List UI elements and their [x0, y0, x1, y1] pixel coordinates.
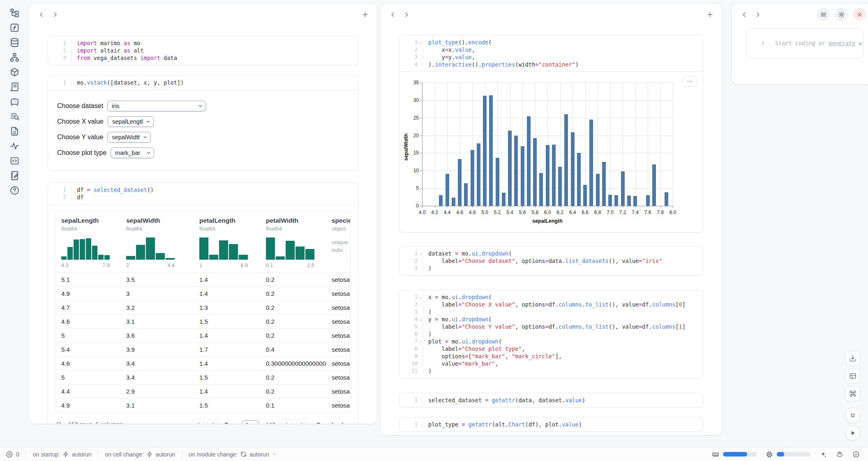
file-tree-icon[interactable] [9, 7, 20, 18]
table-row[interactable]: 5.43.91.70.4setosa [56, 342, 350, 356]
code-line: 1plot_type = getattr(alt.Chart(df), plot… [399, 421, 703, 428]
sparkles-icon[interactable] [820, 451, 827, 458]
code-line: 7plot = mo.ui.dropdown( [399, 338, 703, 345]
column-prev-button[interactable] [738, 8, 750, 21]
code-cell-plot-type[interactable]: 1plot_type = getattr(alt.Chart(df), plot… [399, 417, 703, 432]
column-next-button[interactable] [49, 8, 61, 21]
help-icon[interactable] [9, 185, 20, 196]
table-row[interactable]: 4.42.91.40.2setosa [56, 384, 350, 398]
column-header-sepalWidth[interactable]: sepalWidthfloat6424.4 [121, 217, 194, 268]
table-row[interactable]: 4.931.40.2setosa [56, 286, 350, 300]
command-icon[interactable] [845, 386, 860, 401]
add-cell-button[interactable] [704, 8, 716, 21]
code-editor[interactable]: 1selected_dataset = getattr(data, datase… [399, 393, 703, 407]
scroll-logs-icon[interactable] [9, 81, 20, 92]
x-tick-label: 7.8 [657, 210, 664, 215]
page-select[interactable]: 1 [242, 420, 259, 424]
code-editor[interactable]: 1mo.vstack([dataset, x, y, plot]) [48, 76, 358, 90]
x-tick-label: 4.8 [469, 210, 476, 215]
code-cell-imports[interactable]: 1import marimo as mo2import altair as al… [48, 36, 358, 65]
code-editor[interactable]: 1plot_type().encode(2 x=x.value,3 y=y.va… [399, 35, 703, 71]
search-icon[interactable] [55, 421, 62, 424]
stop-button[interactable] [845, 408, 861, 423]
segment-icon-refresh [240, 451, 247, 457]
code-line: 3) [399, 265, 703, 272]
table-cell: 3.5 [121, 276, 194, 283]
snippets-icon[interactable] [9, 126, 20, 137]
dropdown-choose-dataset[interactable]: iris [107, 101, 206, 111]
doc-search-icon[interactable] [9, 111, 20, 122]
dependency-graph-icon[interactable] [9, 52, 20, 63]
dropdown-choose-plot-type[interactable]: mark_bar [111, 148, 154, 158]
table-row[interactable]: 4.63.41.40.30000000000000004setosa [56, 356, 350, 370]
code-cell-vstack-controls[interactable]: 1mo.vstack([dataset, x, y, plot])Choose … [48, 75, 358, 171]
close-button[interactable] [853, 8, 866, 21]
last-page-button[interactable] [296, 419, 308, 424]
first-page-button[interactable] [192, 419, 204, 424]
code-cell-dataset-dropdown[interactable]: 1dataset = mo.ui.dropdown(2 label="Choos… [399, 246, 703, 276]
column-next-button[interactable] [400, 8, 413, 21]
package-icon[interactable] [9, 67, 20, 78]
histogram-bar [67, 247, 73, 260]
code-square-icon[interactable] [9, 155, 20, 166]
code-editor[interactable]: 1dataset = mo.ui.dropdown(2 label="Choos… [399, 247, 703, 275]
runtime-config-on-startup[interactable]: on startup:autorun [26, 450, 98, 459]
table-row[interactable]: 4.73.21.30.2setosa [56, 300, 350, 314]
chart-menu-button[interactable] [682, 76, 697, 87]
layout-icon[interactable] [845, 369, 860, 383]
chat-bot-icon[interactable] [9, 96, 20, 107]
table-row[interactable]: 4.93.11.50.1setosa [56, 398, 350, 412]
runtime-config-on-module-change[interactable]: on module change:autorun [182, 450, 283, 459]
dropdown-choose-y-value[interactable]: sepalWidth [107, 132, 151, 143]
code-editor[interactable]: 1plot_type = getattr(alt.Chart(df), plot… [399, 417, 703, 431]
code-editor[interactable]: 1import marimo as mo2import altair as al… [48, 36, 358, 65]
tracing-icon[interactable] [9, 141, 20, 152]
code-editor[interactable]: 1x = mo.ui.dropdown(2 label="Choose X va… [399, 290, 703, 378]
editor-placeholder[interactable]: Start coding or generate with [769, 39, 863, 47]
scratchpad-icon[interactable] [9, 170, 20, 181]
table-row[interactable]: 5.13.51.40.2setosa [56, 272, 350, 286]
code-cell-selected-dataset[interactable]: 1selected_dataset = getattr(data, datase… [399, 393, 703, 408]
column-prev-button[interactable] [35, 8, 47, 21]
download-button[interactable]: Download [317, 422, 351, 424]
code-cell-plot-cell[interactable]: 1plot_type().encode(2 x=x.value,3 y=y.va… [399, 35, 703, 233]
table-cell: 0.2 [261, 276, 326, 283]
add-cell-button[interactable] [359, 8, 371, 21]
column-header-sepalLength[interactable]: sepalLengthfloat644.37.9 [56, 217, 121, 268]
dropdown-choose-x-value[interactable]: sepalLength [108, 116, 154, 127]
histogram-bar [239, 255, 248, 260]
next-page-button[interactable] [282, 419, 293, 424]
code-line: 1mo.vstack([dataset, x, y, plot]) [48, 79, 358, 86]
row-count-summary: 150 rows, 5 columns [68, 421, 123, 424]
generate-with-ai-link[interactable]: generate [829, 40, 855, 46]
dropdown-label: Choose plot type [57, 149, 106, 157]
menu-button[interactable] [817, 8, 830, 21]
altair-bar-chart[interactable]: 4.04.24.44.64.85.05.25.45.65.86.06.26.46… [399, 72, 703, 232]
play-button[interactable] [845, 425, 861, 441]
table-row[interactable]: 53.61.40.2setosa [56, 328, 350, 342]
settings-gear-button[interactable] [835, 8, 848, 21]
table-row[interactable]: 53.41.50.2setosa [56, 370, 350, 384]
column-prev-button[interactable] [386, 8, 399, 21]
function-square-icon[interactable] [9, 22, 20, 33]
code-cell-xy-plot-dropdowns[interactable]: 1x = mo.ui.dropdown(2 label="Choose X va… [399, 290, 703, 378]
error-indicator[interactable]: 0 [0, 451, 26, 458]
column-header-petalLength[interactable]: petalLengthfloat6416.9 [194, 217, 261, 268]
database-icon[interactable] [9, 37, 20, 48]
column-next-button[interactable] [752, 8, 764, 21]
table-cell: 1.4 [194, 360, 261, 367]
runtime-config-on-cell-change[interactable]: on cell change:autorun [98, 450, 182, 459]
code-cell-dataframe[interactable]: 1df = selected_dataset()2dfsepalLengthfl… [48, 182, 358, 424]
empty-code-cell[interactable]: 1 Start coding or generate with [746, 28, 863, 58]
check-circle-icon[interactable] [852, 451, 860, 458]
column-2-toolbar [381, 4, 722, 25]
code-editor[interactable]: 1df = selected_dataset()2df [48, 183, 358, 204]
column-header-species[interactable]: speciesobjectunique:nulls: [326, 217, 351, 268]
table-row[interactable]: 4.63.11.50.2setosa [56, 314, 350, 328]
dropdown-select-wrap: sepalWidth [107, 132, 151, 143]
line-number: 4 [399, 61, 422, 68]
column-header-petalWidth[interactable]: petalWidthfloat640.12.5 [261, 217, 326, 268]
copilot-icon[interactable] [836, 451, 843, 458]
save-tray-icon[interactable] [845, 351, 860, 366]
prev-page-button[interactable] [207, 419, 219, 424]
